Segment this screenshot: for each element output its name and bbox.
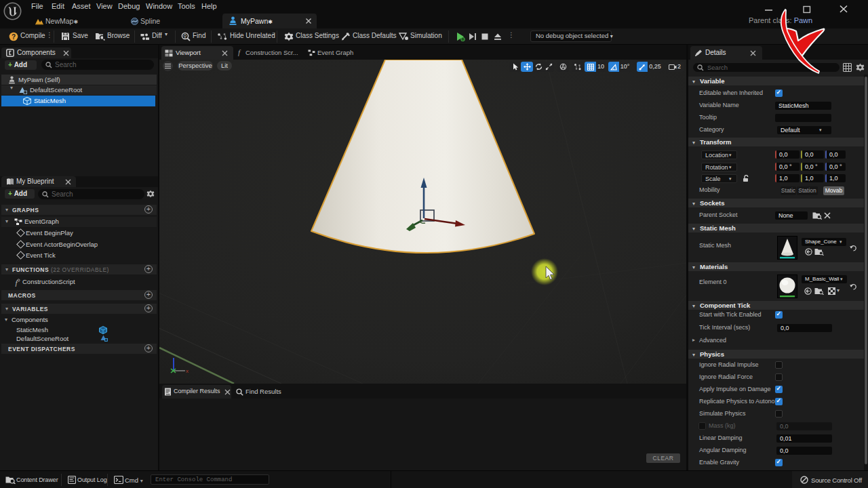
svg-text:⚲: ⚲: [183, 33, 187, 39]
svg-text:f: f: [15, 279, 18, 287]
svg-text:x: x: [186, 368, 189, 374]
svg-text:?: ?: [12, 33, 16, 41]
